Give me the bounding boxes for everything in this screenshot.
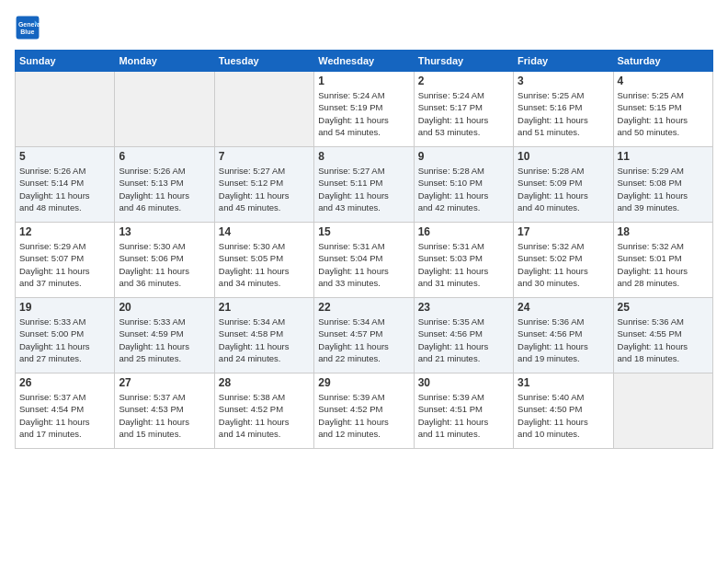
day-number: 14 [219,225,310,238]
day-number: 7 [219,150,310,163]
day-info: Sunrise: 5:26 AM Sunset: 5:14 PM Dayligh… [19,165,110,213]
day-info: Sunrise: 5:26 AM Sunset: 5:13 PM Dayligh… [119,165,210,213]
calendar-cell: 7Sunrise: 5:27 AM Sunset: 5:12 PM Daylig… [214,147,313,223]
calendar-cell: 10Sunrise: 5:28 AM Sunset: 5:09 PM Dayli… [514,147,613,223]
day-header-saturday: Saturday [613,51,712,72]
day-number: 26 [19,376,110,389]
calendar-cell: 25Sunrise: 5:36 AM Sunset: 4:55 PM Dayli… [613,298,712,373]
calendar-table: SundayMondayTuesdayWednesdayThursdayFrid… [15,50,713,449]
day-info: Sunrise: 5:30 AM Sunset: 5:06 PM Dayligh… [119,240,210,289]
day-number: 8 [318,150,409,163]
calendar-cell: 1Sunrise: 5:24 AM Sunset: 5:19 PM Daylig… [314,72,414,147]
calendar-cell: 16Sunrise: 5:31 AM Sunset: 5:03 PM Dayli… [414,223,513,298]
day-number: 2 [418,75,509,87]
day-header-monday: Monday [115,51,214,72]
day-number: 13 [119,225,210,238]
day-number: 12 [19,225,110,238]
calendar-cell: 22Sunrise: 5:34 AM Sunset: 4:57 PM Dayli… [314,298,414,373]
day-number: 25 [618,301,709,314]
calendar-cell: 27Sunrise: 5:37 AM Sunset: 4:53 PM Dayli… [115,373,214,449]
calendar-cell: 28Sunrise: 5:38 AM Sunset: 4:52 PM Dayli… [214,373,313,449]
day-info: Sunrise: 5:36 AM Sunset: 4:56 PM Dayligh… [518,316,609,364]
day-number: 31 [518,376,609,389]
day-info: Sunrise: 5:32 AM Sunset: 5:02 PM Dayligh… [518,240,609,289]
logo: General Blue [15,15,44,40]
day-info: Sunrise: 5:24 AM Sunset: 5:19 PM Dayligh… [318,89,409,138]
day-info: Sunrise: 5:29 AM Sunset: 5:08 PM Dayligh… [618,165,709,213]
calendar-cell [115,72,214,147]
calendar-cell: 12Sunrise: 5:29 AM Sunset: 5:07 PM Dayli… [16,223,115,298]
day-number: 16 [418,225,509,238]
day-number: 11 [618,150,709,163]
calendar-cell: 4Sunrise: 5:25 AM Sunset: 5:15 PM Daylig… [613,72,712,147]
day-info: Sunrise: 5:36 AM Sunset: 4:55 PM Dayligh… [618,316,709,364]
calendar-cell: 21Sunrise: 5:34 AM Sunset: 4:58 PM Dayli… [214,298,313,373]
calendar-cell [613,373,712,449]
day-info: Sunrise: 5:29 AM Sunset: 5:07 PM Dayligh… [19,240,110,289]
day-info: Sunrise: 5:39 AM Sunset: 4:52 PM Dayligh… [318,391,409,440]
calendar-cell: 14Sunrise: 5:30 AM Sunset: 5:05 PM Dayli… [214,223,313,298]
calendar-cell: 23Sunrise: 5:35 AM Sunset: 4:56 PM Dayli… [414,298,513,373]
day-number: 4 [618,75,709,87]
day-number: 21 [219,301,310,314]
calendar-cell: 29Sunrise: 5:39 AM Sunset: 4:52 PM Dayli… [314,373,414,449]
day-number: 10 [518,150,609,163]
day-info: Sunrise: 5:33 AM Sunset: 5:00 PM Dayligh… [19,316,110,364]
day-header-thursday: Thursday [414,51,513,72]
calendar-cell: 11Sunrise: 5:29 AM Sunset: 5:08 PM Dayli… [613,147,712,223]
day-number: 6 [119,150,210,163]
calendar-cell: 6Sunrise: 5:26 AM Sunset: 5:13 PM Daylig… [115,147,214,223]
day-info: Sunrise: 5:37 AM Sunset: 4:53 PM Dayligh… [119,391,210,440]
day-number: 3 [518,75,609,87]
day-info: Sunrise: 5:27 AM Sunset: 5:11 PM Dayligh… [318,165,409,213]
calendar-cell [214,72,313,147]
day-info: Sunrise: 5:39 AM Sunset: 4:51 PM Dayligh… [418,391,509,440]
calendar-cell: 17Sunrise: 5:32 AM Sunset: 5:02 PM Dayli… [514,223,613,298]
day-header-tuesday: Tuesday [214,51,313,72]
day-info: Sunrise: 5:28 AM Sunset: 5:09 PM Dayligh… [518,165,609,213]
day-info: Sunrise: 5:25 AM Sunset: 5:15 PM Dayligh… [618,89,709,138]
day-info: Sunrise: 5:37 AM Sunset: 4:54 PM Dayligh… [19,391,110,440]
day-info: Sunrise: 5:40 AM Sunset: 4:50 PM Dayligh… [518,391,609,440]
day-info: Sunrise: 5:31 AM Sunset: 5:03 PM Dayligh… [418,240,509,289]
day-number: 17 [518,225,609,238]
day-header-friday: Friday [514,51,613,72]
day-number: 23 [418,301,509,314]
day-number: 24 [518,301,609,314]
day-number: 15 [318,225,409,238]
day-number: 19 [19,301,110,314]
day-number: 1 [318,75,409,87]
calendar-cell: 3Sunrise: 5:25 AM Sunset: 5:16 PM Daylig… [514,72,613,147]
day-number: 18 [618,225,709,238]
page-header: General Blue [15,15,713,40]
calendar-cell: 20Sunrise: 5:33 AM Sunset: 4:59 PM Dayli… [115,298,214,373]
calendar-cell: 2Sunrise: 5:24 AM Sunset: 5:17 PM Daylig… [414,72,513,147]
day-header-sunday: Sunday [16,51,115,72]
day-info: Sunrise: 5:25 AM Sunset: 5:16 PM Dayligh… [518,89,609,138]
calendar-cell: 9Sunrise: 5:28 AM Sunset: 5:10 PM Daylig… [414,147,513,223]
day-info: Sunrise: 5:31 AM Sunset: 5:04 PM Dayligh… [318,240,409,289]
calendar-cell: 15Sunrise: 5:31 AM Sunset: 5:04 PM Dayli… [314,223,414,298]
day-info: Sunrise: 5:35 AM Sunset: 4:56 PM Dayligh… [418,316,509,364]
calendar-week-5: 26Sunrise: 5:37 AM Sunset: 4:54 PM Dayli… [16,373,713,449]
day-number: 22 [318,301,409,314]
calendar-week-1: 1Sunrise: 5:24 AM Sunset: 5:19 PM Daylig… [16,72,713,147]
day-number: 5 [19,150,110,163]
day-number: 28 [219,376,310,389]
calendar-cell: 18Sunrise: 5:32 AM Sunset: 5:01 PM Dayli… [613,223,712,298]
day-header-wednesday: Wednesday [314,51,414,72]
day-info: Sunrise: 5:27 AM Sunset: 5:12 PM Dayligh… [219,165,310,213]
day-info: Sunrise: 5:30 AM Sunset: 5:05 PM Dayligh… [219,240,310,289]
calendar-week-4: 19Sunrise: 5:33 AM Sunset: 5:00 PM Dayli… [16,298,713,373]
calendar-cell: 5Sunrise: 5:26 AM Sunset: 5:14 PM Daylig… [16,147,115,223]
day-info: Sunrise: 5:34 AM Sunset: 4:58 PM Dayligh… [219,316,310,364]
calendar-cell: 19Sunrise: 5:33 AM Sunset: 5:00 PM Dayli… [16,298,115,373]
day-info: Sunrise: 5:28 AM Sunset: 5:10 PM Dayligh… [418,165,509,213]
day-number: 27 [119,376,210,389]
day-number: 20 [119,301,210,314]
calendar-cell: 26Sunrise: 5:37 AM Sunset: 4:54 PM Dayli… [16,373,115,449]
day-number: 9 [418,150,509,163]
calendar-week-3: 12Sunrise: 5:29 AM Sunset: 5:07 PM Dayli… [16,223,713,298]
calendar-cell: 30Sunrise: 5:39 AM Sunset: 4:51 PM Dayli… [414,373,513,449]
calendar-cell: 13Sunrise: 5:30 AM Sunset: 5:06 PM Dayli… [115,223,214,298]
